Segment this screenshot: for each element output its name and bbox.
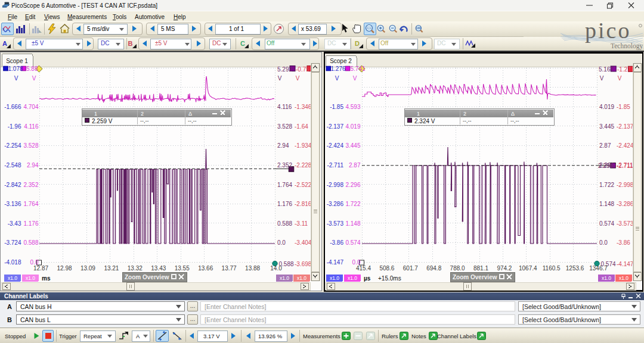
svg-text:Scope 2: Scope 2	[330, 58, 352, 64]
svg-text:-2.424: -2.424	[327, 142, 344, 149]
svg-text:4.116: 4.116	[24, 123, 39, 130]
svg-text:12.87: 12.87	[33, 265, 48, 272]
svg-text:974.2: 974.2	[497, 265, 512, 272]
svg-text:13.43: 13.43	[151, 265, 166, 272]
svg-text:-4.147: -4.147	[617, 261, 634, 267]
svg-text:1: 1	[417, 111, 420, 117]
svg-text:-2.254: -2.254	[4, 142, 21, 149]
svg-text:-2.998: -2.998	[327, 182, 344, 188]
svg-text:Technology: Technology	[611, 42, 643, 50]
svg-text:+15.0ms: +15.0ms	[378, 275, 401, 282]
svg-text:0.0: 0.0	[277, 239, 286, 246]
svg-text:x1.0: x1.0	[280, 275, 289, 281]
svg-text:-3.698: -3.698	[295, 261, 312, 267]
svg-text:415.4: 415.4	[356, 265, 371, 272]
svg-text:508.6: 508.6	[379, 265, 394, 272]
svg-text:-1.346: -1.346	[295, 104, 312, 110]
svg-text:-2.548: -2.548	[4, 162, 21, 169]
svg-text:V: V	[32, 75, 36, 82]
svg-text:-4.147: -4.147	[327, 259, 344, 266]
svg-text:100: 100	[416, 26, 422, 30]
svg-text:V: V	[278, 75, 282, 82]
svg-text:12.98: 12.98	[57, 265, 72, 272]
svg-text:-4.018: -4.018	[4, 259, 21, 266]
svg-text:1346.7: 1346.7	[589, 265, 608, 272]
svg-text:13.66: 13.66	[198, 265, 213, 272]
svg-text:-2.424: -2.424	[617, 142, 634, 149]
svg-text:V: V	[353, 75, 357, 82]
svg-text:-2.228: -2.228	[295, 162, 312, 169]
svg-text:0.588: 0.588	[23, 239, 38, 246]
svg-text:4.704: 4.704	[23, 104, 38, 110]
svg-text:1.722: 1.722	[599, 182, 614, 188]
svg-text:2.94: 2.94	[277, 142, 289, 149]
svg-text:-2.816: -2.816	[295, 201, 312, 207]
svg-text:V: V	[296, 75, 300, 82]
svg-text:2.352: 2.352	[277, 162, 292, 169]
svg-text:3.445: 3.445	[345, 142, 360, 149]
svg-text:881.1: 881.1	[473, 265, 488, 272]
svg-text:-2.842: -2.842	[4, 182, 21, 188]
svg-text:-2.711: -2.711	[617, 163, 633, 169]
svg-text:0.588: 0.588	[277, 220, 292, 227]
svg-text:1253.6: 1253.6	[566, 265, 584, 272]
svg-text:1.722: 1.722	[345, 201, 360, 207]
svg-text:2: 2	[141, 111, 144, 117]
svg-text:1.764: 1.764	[277, 182, 292, 188]
svg-text:694.8: 694.8	[426, 265, 441, 272]
svg-text:13.32: 13.32	[128, 265, 143, 272]
svg-text:x1.0: x1.0	[602, 275, 611, 281]
svg-text:13.88: 13.88	[245, 265, 260, 272]
svg-text:-3.404: -3.404	[295, 239, 312, 246]
svg-text:x1.0: x1.0	[348, 275, 357, 281]
svg-text:V: V	[600, 75, 604, 82]
svg-text:Δ: Δ	[511, 111, 515, 117]
svg-text:-1.27: -1.27	[617, 66, 631, 73]
svg-text:x1.0: x1.0	[26, 275, 35, 281]
svg-text:-2.998: -2.998	[617, 182, 634, 188]
svg-text:µs: µs	[364, 275, 371, 282]
svg-text:1.078: 1.078	[8, 66, 23, 72]
svg-text:--,--: --,--	[188, 118, 197, 124]
svg-text:-3.286: -3.286	[617, 201, 634, 207]
svg-text:2.296: 2.296	[598, 163, 613, 169]
svg-text:3.445: 3.445	[599, 123, 614, 130]
svg-text:--,--: --,--	[510, 118, 519, 124]
svg-text:1.276: 1.276	[331, 66, 346, 72]
svg-text:5.741: 5.741	[351, 66, 366, 72]
svg-text:4.019: 4.019	[345, 123, 360, 130]
svg-text:1: 1	[94, 111, 97, 117]
svg-text:-2.711: -2.711	[327, 162, 343, 169]
svg-text:x1.0: x1.0	[8, 275, 17, 281]
svg-text:1.148: 1.148	[345, 220, 360, 227]
svg-text:-3.724: -3.724	[4, 239, 21, 246]
svg-text:2: 2	[463, 111, 466, 117]
svg-text:2.94: 2.94	[27, 162, 39, 169]
svg-text:V: V	[618, 75, 622, 82]
svg-text:2.352: 2.352	[23, 182, 38, 188]
svg-text:14.0: 14.0	[270, 265, 282, 272]
svg-text:3.528: 3.528	[277, 123, 292, 130]
svg-text:1.148: 1.148	[599, 201, 614, 207]
svg-text:x1.0: x1.0	[330, 275, 339, 281]
svg-text:-3.11: -3.11	[295, 220, 308, 227]
svg-text:3.528: 3.528	[23, 142, 38, 149]
svg-text:-2.137: -2.137	[327, 123, 344, 130]
svg-text:-1.96: -1.96	[8, 123, 21, 130]
svg-text:--,--: --,--	[463, 118, 472, 124]
svg-text:1.176: 1.176	[23, 220, 38, 227]
svg-text:4.116: 4.116	[277, 104, 292, 110]
svg-text:V: V	[335, 75, 339, 82]
svg-text:601.7: 601.7	[403, 265, 418, 272]
svg-text:Zoom Overview: Zoom Overview	[125, 274, 169, 280]
svg-text:13.09: 13.09	[80, 265, 95, 272]
svg-text:2.324 V: 2.324 V	[414, 118, 435, 124]
svg-text:-1.85: -1.85	[617, 104, 630, 110]
svg-text:13.55: 13.55	[175, 265, 190, 272]
svg-text:Scope 1: Scope 1	[6, 58, 28, 64]
svg-text:788.0: 788.0	[450, 265, 465, 272]
svg-text:V: V	[14, 75, 18, 82]
svg-text:x1.0: x1.0	[619, 275, 628, 281]
svg-text:Zoom Overview: Zoom Overview	[453, 274, 497, 280]
svg-text:-1.64: -1.64	[295, 123, 308, 130]
